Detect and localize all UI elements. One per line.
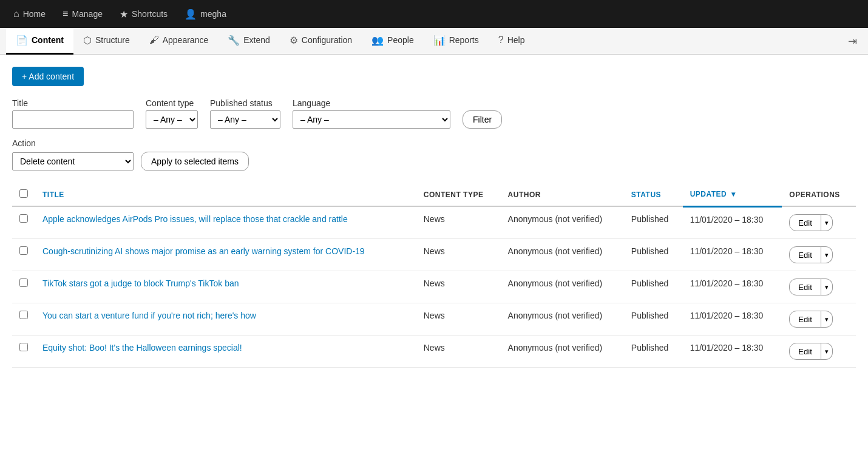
admin-bar-home-label: Home [23, 9, 46, 19]
table-row: Cough-scrutinizing AI shows major promis… [12, 239, 856, 271]
add-content-button[interactable]: + Add content [12, 67, 84, 86]
action-select[interactable]: Delete content Publish content Unpublish… [12, 152, 134, 170]
nav-people[interactable]: 👥 People [362, 28, 424, 55]
table-row: Equity shot: Boo! It's the Halloween ear… [12, 336, 856, 368]
row-author-1: Anonymous (not verified) [501, 239, 624, 271]
title-field-group: Title [12, 98, 134, 129]
row-author-3: Anonymous (not verified) [501, 303, 624, 336]
content-type-field-group: Content type – Any – News Page Article [146, 98, 198, 129]
row-content-type-4: News [416, 336, 501, 368]
edit-button-4[interactable]: Edit [789, 343, 821, 360]
row-author-0: Anonymous (not verified) [501, 206, 624, 239]
row-title-2: TikTok stars got a judge to block Trump'… [35, 271, 416, 303]
content-link-4[interactable]: Equity shot: Boo! It's the Halloween ear… [42, 343, 242, 353]
content-link-1[interactable]: Cough-scrutinizing AI shows major promis… [42, 246, 365, 256]
row-checkbox-0[interactable] [19, 214, 28, 223]
nav-help[interactable]: ? Help [489, 28, 535, 55]
edit-dropdown-button-2[interactable]: ▾ [821, 278, 833, 295]
edit-btn-group-1: Edit ▾ [789, 246, 849, 263]
nav-content-label: Content [32, 35, 64, 45]
edit-dropdown-button-4[interactable]: ▾ [821, 343, 833, 360]
content-table: TITLE CONTENT TYPE AUTHOR STATUS UPDATED… [12, 183, 856, 368]
row-status-2: Published [624, 271, 683, 303]
content-type-select[interactable]: – Any – News Page Article [146, 110, 198, 129]
header-title[interactable]: TITLE [35, 183, 416, 206]
row-updated-3: 11/01/2020 – 18:30 [683, 303, 782, 336]
nav-structure[interactable]: ⬡ Structure [73, 28, 140, 55]
table-row: TikTok stars got a judge to block Trump'… [12, 271, 856, 303]
nav-appearance[interactable]: 🖌 Appearance [140, 28, 219, 55]
edit-btn-group-3: Edit ▾ [789, 311, 849, 328]
nav-right: ⇥ [843, 35, 862, 48]
row-operations-2: Edit ▾ [782, 271, 856, 303]
row-title-1: Cough-scrutinizing AI shows major promis… [35, 239, 416, 271]
edit-btn-group-2: Edit ▾ [789, 278, 849, 295]
action-label: Action [12, 138, 856, 148]
row-updated-1: 11/01/2020 – 18:30 [683, 239, 782, 271]
row-checkbox-2[interactable] [19, 278, 28, 287]
appearance-icon: 🖌 [149, 35, 159, 46]
header-status[interactable]: STATUS [624, 183, 683, 206]
row-checkbox-cell [12, 206, 35, 239]
apply-to-selected-button[interactable]: Apply to selected items [141, 152, 249, 171]
nav-help-label: Help [507, 35, 525, 45]
header-checkbox-cell [12, 183, 35, 206]
published-status-field-group: Published status – Any – Published Unpub… [210, 98, 280, 129]
content-link-2[interactable]: TikTok stars got a judge to block Trump'… [42, 278, 239, 288]
admin-bar-shortcuts[interactable]: ★ Shortcuts [112, 5, 175, 24]
nav-right-arrow-icon[interactable]: ⇥ [843, 35, 862, 48]
row-checkbox-cell [12, 271, 35, 303]
nav-configuration[interactable]: ⚙ Configuration [280, 28, 362, 55]
nav-extend[interactable]: 🔧 Extend [218, 28, 280, 55]
row-content-type-0: News [416, 206, 501, 239]
select-all-checkbox[interactable] [19, 189, 28, 198]
row-checkbox-4[interactable] [19, 343, 28, 351]
content-icon: 📄 [16, 35, 28, 46]
content-link-0[interactable]: Apple acknowledges AirPods Pro issues, w… [42, 214, 348, 224]
row-checkbox-cell [12, 336, 35, 368]
published-status-select[interactable]: – Any – Published Unpublished [210, 110, 280, 129]
language-select[interactable]: – Any – English French [293, 110, 450, 129]
row-checkbox-cell [12, 239, 35, 271]
edit-dropdown-button-1[interactable]: ▾ [821, 246, 833, 263]
edit-button-1[interactable]: Edit [789, 246, 821, 263]
row-author-4: Anonymous (not verified) [501, 336, 624, 368]
nav-content[interactable]: 📄 Content [6, 28, 73, 55]
admin-bar: ⌂ Home ≡ Manage ★ Shortcuts 👤 megha [0, 0, 868, 28]
people-icon: 👥 [371, 35, 384, 46]
admin-bar-home[interactable]: ⌂ Home [6, 5, 53, 23]
table-row: Apple acknowledges AirPods Pro issues, w… [12, 206, 856, 239]
header-content-type: CONTENT TYPE [416, 183, 501, 206]
row-checkbox-1[interactable] [19, 246, 28, 255]
row-status-4: Published [624, 336, 683, 368]
header-author: AUTHOR [501, 183, 624, 206]
edit-dropdown-button-3[interactable]: ▾ [821, 311, 833, 328]
table-row: You can start a venture fund if you're n… [12, 303, 856, 336]
row-content-type-2: News [416, 271, 501, 303]
row-operations-0: Edit ▾ [782, 206, 856, 239]
admin-bar-user[interactable]: 👤 megha [177, 5, 234, 24]
edit-dropdown-button-0[interactable]: ▾ [821, 214, 833, 231]
user-icon: 👤 [185, 8, 197, 20]
reports-icon: 📊 [433, 35, 446, 46]
edit-button-2[interactable]: Edit [789, 278, 821, 295]
edit-button-3[interactable]: Edit [789, 311, 821, 328]
nav-bar: 📄 Content ⬡ Structure 🖌 Appearance 🔧 Ext… [0, 28, 868, 55]
row-title-0: Apple acknowledges AirPods Pro issues, w… [35, 206, 416, 239]
row-content-type-1: News [416, 239, 501, 271]
filter-button[interactable]: Filter [463, 110, 502, 129]
admin-bar-shortcuts-label: Shortcuts [132, 9, 168, 19]
row-status-0: Published [624, 206, 683, 239]
content-link-3[interactable]: You can start a venture fund if you're n… [42, 311, 256, 320]
row-operations-4: Edit ▾ [782, 336, 856, 368]
row-checkbox-3[interactable] [19, 311, 28, 319]
language-field-group: Language – Any – English French [293, 98, 450, 129]
row-content-type-3: News [416, 303, 501, 336]
nav-reports-label: Reports [449, 35, 479, 45]
title-input[interactable] [12, 110, 134, 129]
admin-bar-manage[interactable]: ≡ Manage [55, 5, 110, 23]
row-title-3: You can start a venture fund if you're n… [35, 303, 416, 336]
nav-reports[interactable]: 📊 Reports [424, 28, 489, 55]
edit-button-0[interactable]: Edit [789, 214, 821, 231]
header-updated[interactable]: UPDATED ▾ [683, 183, 782, 206]
